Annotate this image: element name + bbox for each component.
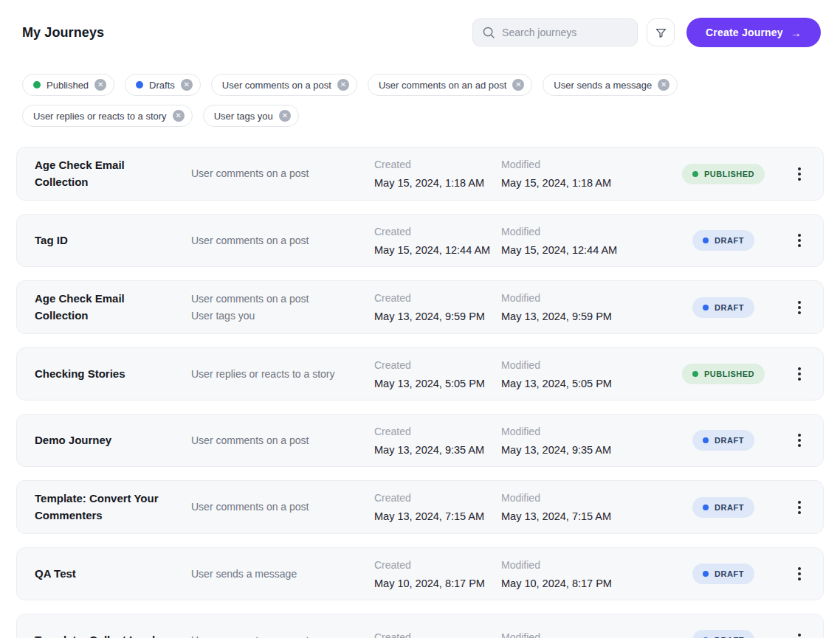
chip-remove-icon[interactable]: ✕	[337, 79, 349, 91]
created-value: May 13, 2024, 9:59 PM	[374, 311, 501, 322]
filter-chip[interactable]: User comments on an ad post ✕	[368, 74, 532, 96]
kebab-menu-icon[interactable]	[793, 297, 805, 318]
journey-name: Checking Stories	[35, 366, 191, 383]
journey-name: Tag ID	[35, 232, 191, 249]
journey-triggers: User comments on a post	[191, 165, 374, 181]
status-dot-icon	[703, 504, 709, 510]
modified-value: May 13, 2024, 7:15 AM	[501, 510, 668, 522]
filter-chip[interactable]: Published ✕	[22, 74, 114, 96]
created-column: Created May 15, 2024, 12:44 AM	[374, 226, 501, 256]
journey-trigger: User comments on a post	[191, 432, 365, 448]
journey-trigger: User sends a message	[191, 566, 365, 582]
chip-remove-icon[interactable]: ✕	[512, 79, 524, 91]
chip-label: User comments on an ad post	[379, 80, 506, 91]
filter-chip[interactable]: User sends a message ✕	[543, 74, 678, 96]
created-value: May 15, 2024, 12:44 AM	[374, 244, 501, 256]
created-label: Created	[374, 492, 501, 504]
chip-remove-icon[interactable]: ✕	[94, 79, 106, 91]
created-label: Created	[374, 159, 501, 170]
chip-remove-icon[interactable]: ✕	[181, 79, 193, 91]
journey-triggers: User sends a message	[191, 566, 374, 582]
journey-row[interactable]: Template: Collect Leads User comments on…	[16, 614, 824, 638]
journey-trigger: User comments on a post	[191, 165, 365, 181]
modified-value: May 13, 2024, 9:35 AM	[501, 444, 668, 456]
chip-label: User comments on a post	[222, 80, 331, 91]
modified-column: Modified May 13, 2024, 9:35 AM	[501, 426, 668, 456]
kebab-column	[779, 364, 805, 384]
filter-chip[interactable]: Drafts ✕	[125, 74, 201, 96]
modified-value: May 13, 2024, 5:05 PM	[501, 378, 668, 389]
created-label: Created	[374, 359, 501, 371]
chip-label: Drafts	[149, 80, 175, 91]
journey-triggers: User comments on a post	[191, 632, 374, 638]
status-label: DRAFT	[715, 503, 744, 512]
funnel-icon	[655, 27, 667, 39]
status-dot-icon	[703, 237, 709, 243]
kebab-column	[779, 230, 805, 251]
created-value: May 13, 2024, 7:15 AM	[374, 510, 501, 522]
chip-remove-icon[interactable]: ✕	[658, 79, 669, 91]
kebab-menu-icon[interactable]	[793, 630, 805, 638]
create-journey-button[interactable]: Create Journey →	[686, 18, 821, 47]
filter-chip[interactable]: User comments on a post ✕	[211, 74, 357, 96]
journey-row[interactable]: Tag ID User comments on a post Created M…	[16, 214, 824, 267]
journey-name: QA Test	[35, 566, 191, 583]
modified-label: Modified	[501, 292, 668, 304]
modified-label: Modified	[501, 426, 668, 437]
status-badge: DRAFT	[692, 297, 754, 318]
journey-row[interactable]: Checking Stories User replies or reacts …	[16, 347, 824, 401]
kebab-menu-icon[interactable]	[793, 230, 805, 251]
modified-column: Modified May 13, 2024, 9:59 PM	[501, 292, 668, 322]
search-input[interactable]	[502, 27, 628, 38]
created-column: Created May 15, 2024, 1:18 AM	[374, 159, 501, 189]
chip-remove-icon[interactable]: ✕	[173, 110, 185, 122]
journey-row[interactable]: Template: Convert Your Commenters User c…	[16, 480, 824, 534]
status-dot-icon	[703, 437, 709, 443]
status-badge: PUBLISHED	[682, 164, 765, 184]
status-label: PUBLISHED	[704, 170, 754, 178]
created-column: Created May 13, 2024, 9:59 PM	[374, 292, 501, 322]
chip-label: User tags you	[214, 111, 273, 122]
filter-button[interactable]	[647, 18, 675, 46]
created-label: Created	[374, 226, 501, 237]
journey-trigger: User comments on a post	[191, 232, 365, 249]
status-badge: PUBLISHED	[682, 364, 765, 384]
modified-value: May 15, 2024, 12:44 AM	[501, 244, 668, 256]
created-column: Created May 13, 2024, 5:05 PM	[374, 359, 501, 389]
created-column: Created	[374, 631, 501, 638]
chip-remove-icon[interactable]: ✕	[279, 110, 291, 122]
modified-value: May 15, 2024, 1:18 AM	[501, 177, 668, 189]
kebab-menu-icon[interactable]	[793, 364, 805, 384]
badge-column: PUBLISHED	[668, 364, 779, 384]
badge-column: DRAFT	[668, 430, 779, 451]
status-badge: DRAFT	[692, 564, 754, 584]
kebab-menu-icon[interactable]	[793, 430, 805, 451]
badge-column: PUBLISHED	[668, 164, 779, 184]
status-badge: DRAFT	[692, 230, 754, 251]
kebab-menu-icon[interactable]	[793, 164, 805, 184]
created-value: May 13, 2024, 5:05 PM	[374, 378, 501, 389]
chip-status-dot	[33, 81, 41, 89]
kebab-menu-icon[interactable]	[793, 497, 805, 518]
filter-chip[interactable]: User replies or reacts to a story ✕	[22, 105, 193, 127]
status-badge: DRAFT	[692, 430, 754, 451]
filter-chip[interactable]: User tags you ✕	[203, 105, 299, 127]
modified-column: Modified May 15, 2024, 12:44 AM	[501, 226, 668, 256]
status-label: DRAFT	[715, 303, 744, 312]
journey-row[interactable]: Demo Journey User comments on a post Cre…	[16, 414, 824, 467]
status-dot-icon	[692, 371, 698, 377]
badge-column: DRAFT	[668, 630, 779, 638]
journey-triggers: User comments on a postUser tags you	[191, 291, 374, 324]
search-box[interactable]	[472, 18, 638, 46]
journey-row[interactable]: Age Check Email Collection User comments…	[16, 147, 824, 201]
modified-label: Modified	[501, 492, 668, 504]
journey-row[interactable]: Age Check Email Collection User comments…	[16, 280, 824, 334]
create-journey-label: Create Journey	[706, 27, 783, 38]
created-label: Created	[374, 426, 501, 437]
modified-column: Modified May 13, 2024, 7:15 AM	[501, 492, 668, 522]
status-badge: DRAFT	[692, 497, 754, 518]
status-label: DRAFT	[715, 569, 744, 578]
kebab-menu-icon[interactable]	[793, 564, 805, 584]
journey-row[interactable]: QA Test User sends a message Created May…	[16, 547, 824, 600]
journey-triggers: User comments on a post	[191, 232, 374, 249]
